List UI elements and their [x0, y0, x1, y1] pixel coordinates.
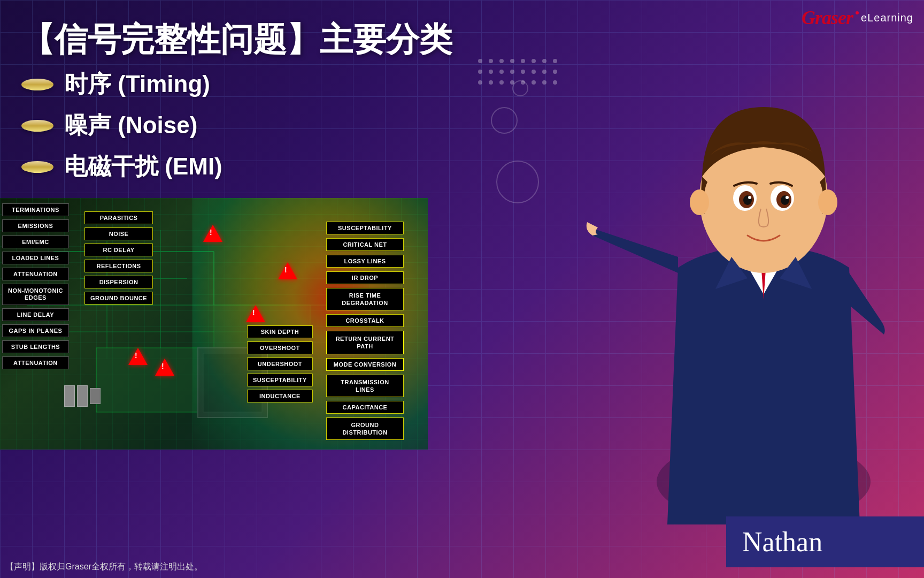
btn-transmission-lines[interactable]: TRANSMISSIONLINES	[326, 375, 404, 397]
svg-point-21	[786, 196, 789, 199]
copyright-text: 【声明】版权归Graser全权所有，转载请注明出处。	[5, 561, 203, 573]
btn-emissions[interactable]: EMISSIONS	[2, 219, 69, 232]
deco-circle-1	[496, 161, 539, 203]
title-area: 【信号完整性问题】主要分类 时序 (Timing) 噪声 (Noise) 电磁干…	[21, 21, 452, 182]
sub-item-emi: 电磁干扰 (EMI)	[21, 151, 452, 182]
btn-noise[interactable]: NOISE	[84, 227, 153, 240]
btn-loaded-lines[interactable]: LOADED LINES	[2, 252, 69, 264]
copyright-label: 【声明】版权归Graser全权所有，转载请注明出处。	[5, 562, 203, 571]
character-name: Nathan	[742, 527, 822, 557]
svg-point-22	[690, 189, 709, 215]
sub-item-timing: 时序 (Timing)	[21, 69, 452, 100]
btn-skin-depth[interactable]: SKIN DEPTH	[247, 325, 313, 338]
btn-rise-time[interactable]: RISE TIMEDEGRADATION	[326, 288, 404, 310]
logo-text: Graser	[802, 6, 853, 29]
warning-triangle-5	[155, 359, 174, 376]
far-right-buttons: SUSCEPTABILITY CRITICAL NET LOSSY LINES …	[326, 222, 404, 440]
btn-stub-lengths[interactable]: STUB LENGTHS	[2, 340, 69, 353]
btn-attenuation-2[interactable]: ATTENUATION	[2, 356, 69, 369]
warning-triangle-3	[246, 305, 265, 322]
btn-reflections[interactable]: REFLECTIONS	[84, 260, 153, 272]
warning-triangle-4	[128, 348, 148, 365]
logo-registered-dot	[856, 11, 859, 14]
bullet-noise	[21, 120, 53, 132]
btn-susceptability-far[interactable]: SUSCEPTABILITY	[326, 222, 404, 234]
bullet-timing	[21, 79, 53, 90]
graser-logo: Graser eLearning	[802, 6, 913, 29]
mid-column-buttons: PARASITICS NOISE RC DELAY REFLECTIONS DI…	[84, 211, 153, 305]
svg-point-23	[818, 189, 837, 215]
warning-triangle-1	[203, 225, 222, 242]
timing-text: 时序 (Timing)	[64, 69, 210, 100]
svg-point-20	[748, 196, 751, 199]
btn-gaps-in-planes[interactable]: GAPS IN PLANES	[2, 324, 69, 337]
btn-ground-bounce[interactable]: GROUND BOUNCE	[84, 292, 153, 305]
svg-rect-7	[96, 348, 203, 412]
deco-circle-3	[512, 80, 528, 96]
left-column-buttons: TERMINATIONS EMISSIONS EMI/EMC LOADED LI…	[2, 203, 69, 369]
btn-parasitics[interactable]: PARASITICS	[84, 211, 153, 224]
btn-capacitance[interactable]: CAPACITANCE	[326, 401, 404, 414]
sub-item-noise: 噪声 (Noise)	[21, 110, 452, 141]
noise-text: 噪声 (Noise)	[64, 110, 197, 141]
btn-ir-drop[interactable]: IR DROP	[326, 271, 404, 284]
warning-triangle-2	[278, 262, 297, 279]
btn-non-monotonic[interactable]: NON-MONOTONICEDGES	[2, 284, 69, 305]
btn-emi-emc[interactable]: EMI/EMC	[2, 235, 69, 248]
btn-inductance[interactable]: INDUCTANCE	[247, 390, 313, 402]
sub-items: 时序 (Timing) 噪声 (Noise) 电磁干扰 (EMI)	[21, 69, 452, 182]
btn-lossy-lines[interactable]: LOSSY LINES	[326, 255, 404, 268]
btn-line-delay[interactable]: LINE DELAY	[2, 308, 69, 321]
btn-crosstalk[interactable]: CROSSTALK	[326, 314, 404, 327]
btn-undershoot[interactable]: UNDERSHOOT	[247, 358, 313, 370]
main-title: 【信号完整性问题】主要分类	[21, 21, 452, 58]
emi-text: 电磁干扰 (EMI)	[64, 151, 222, 182]
character-svg	[550, 0, 924, 524]
btn-critical-net[interactable]: CRITICAL NET	[326, 238, 404, 251]
character-area	[550, 0, 924, 578]
logo-elearning: eLearning	[861, 12, 913, 24]
btn-rc-delay[interactable]: RC DELAY	[84, 244, 153, 256]
btn-overshoot[interactable]: OVERSHOOT	[247, 341, 313, 354]
name-badge: Nathan	[726, 516, 924, 567]
inner-right-buttons: SKIN DEPTH OVERSHOOT UNDERSHOOT SUSCEPTA…	[247, 325, 313, 402]
btn-mode-conversion[interactable]: MODE CONVERSION	[326, 358, 404, 371]
btn-susceptability-inner[interactable]: SUSCEPTABILITY	[247, 374, 313, 386]
btn-ground-distribution[interactable]: GROUNDDISTRIBUTION	[326, 417, 404, 440]
deco-circle-2	[491, 107, 518, 134]
components	[64, 385, 101, 407]
bullet-emi	[21, 161, 53, 173]
btn-return-current-path[interactable]: RETURN CURRENTPATH	[326, 331, 404, 354]
btn-dispersion[interactable]: DISPERSION	[84, 276, 153, 288]
btn-attenuation-1[interactable]: ATTENUATION	[2, 268, 69, 280]
btn-terminations[interactable]: TERMINATIONS	[2, 203, 69, 216]
